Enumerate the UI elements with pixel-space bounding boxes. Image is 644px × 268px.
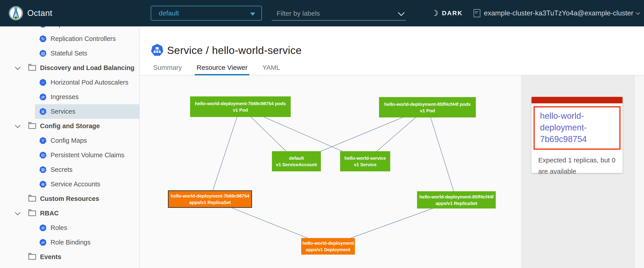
graph-node-rs2[interactable]: hello-world-deployment-85ff4cf44fapps/v1… — [417, 191, 496, 208]
namespace-select[interactable]: default — [151, 6, 262, 20]
moon-icon: ☾ — [431, 8, 438, 18]
tab-summary[interactable]: Summary — [152, 64, 184, 76]
role-bindings-icon: ⇌ — [39, 239, 46, 246]
sidebar-item-replica-sets[interactable]: ⊞Replica Sets — [0, 26, 139, 32]
ingresses-icon: ⇄ — [39, 94, 46, 101]
graph-edge-pod1-rs1 — [210, 107, 240, 199]
sidebar-item-roles[interactable]: ⊘Roles — [0, 220, 139, 235]
chevron-down-icon[interactable] — [15, 122, 20, 128]
theme-toggle-label: DARK — [442, 10, 463, 17]
hpa-icon: ⇔ — [39, 79, 46, 86]
chevron-down-icon[interactable] — [15, 210, 20, 215]
chevron-down-icon[interactable] — [15, 64, 20, 70]
sidebar-item-custom-resources[interactable]: Custom Resources — [0, 192, 139, 206]
sidebar-item-rbac[interactable]: RBAC — [0, 206, 139, 220]
sidebar-item-ingresses[interactable]: ⇄Ingresses — [0, 90, 139, 104]
graph-node-sa[interactable]: defaultv1 ServiceAccount — [272, 151, 321, 171]
sidebar-item-service-accounts[interactable]: ⊕Service Accounts — [0, 177, 139, 192]
stateful-sets-icon: ▤ — [39, 50, 46, 57]
sidebar-item-replication-controllers[interactable]: ↻Replication Controllers — [0, 32, 139, 46]
sidebar-item-label: Discovery and Load Balancing — [40, 64, 134, 72]
node-kind: v1 Service — [340, 161, 390, 168]
secrets-icon: ⊠ — [39, 166, 46, 173]
graph-node-rs1[interactable]: hello-world-deployment-7b69c98754apps/v1… — [168, 190, 252, 208]
sidebar-item-label: Custom Resources — [40, 195, 99, 202]
sidebar-item-services[interactable]: ≣Services — [0, 104, 139, 119]
node-name: default — [272, 155, 321, 161]
node-name: hello-world-service — [340, 155, 390, 161]
config-maps-icon: ≡ — [39, 137, 46, 144]
caret-down-icon — [250, 12, 255, 16]
service-heptagon-icon — [151, 44, 164, 56]
sidebar-nav: ⊞Replica Sets↻Replication Controllers▤St… — [0, 26, 139, 264]
sidebar-item-persistent-volume-claims[interactable]: ⊟Persistent Volume Claims — [0, 148, 139, 162]
node-kind: apps/v1 ReplicaSet — [417, 200, 496, 206]
tab-resource-viewer[interactable]: Resource Viewer — [195, 64, 249, 76]
resource-link[interactable]: hello-world-deployment-7b69c98754 — [540, 110, 607, 145]
sidebar-item-horizontal-pod-autoscalers[interactable]: ⇔Horizontal Pod Autoscalers — [0, 75, 139, 90]
node-name: hello-world-deployment-85ff4cf44f — [417, 194, 496, 200]
cluster-context-label: example-cluster-ka3TuTzYo4a@example-clus… — [484, 9, 633, 17]
label-filter-input[interactable] — [272, 8, 398, 19]
node-kind: v1 ServiceAccount — [272, 161, 321, 168]
vertical-scrollbar[interactable] — [634, 76, 644, 268]
tab-bar: SummaryResource ViewerYAML — [152, 64, 293, 76]
status-bar-error — [532, 97, 622, 103]
node-kind: apps/v1 ReplicaSet — [168, 199, 251, 206]
sidebar-item-label: Replica Sets — [50, 26, 87, 28]
graph-node-svc[interactable]: hello-world-servicev1 Service — [340, 151, 390, 171]
app-title: Octant — [27, 0, 52, 26]
sidebar-item-config-and-storage[interactable]: Config and Storage — [0, 119, 139, 133]
node-kind: v1 Pod — [190, 107, 291, 113]
resource-viewer-canvas: hello-world-deployment-7b69c98754 podsv1… — [140, 76, 521, 268]
chevron-down-icon[interactable] — [398, 10, 405, 16]
node-name: hello-world-deployment-85ff4cf44f pods — [379, 101, 476, 108]
namespace-selected-value: default — [159, 10, 179, 17]
sidebar-item-label: RBAC — [40, 210, 59, 217]
sidebar-item-label: Roles — [50, 224, 67, 232]
chevron-down-icon — [636, 10, 640, 15]
sidebar-item-label: Events — [40, 253, 61, 260]
node-kind: apps/v1 Deployment — [301, 246, 355, 253]
content-header: Service / hello-world-service SummaryRes… — [140, 26, 644, 76]
octant-logo-icon — [8, 6, 23, 20]
node-name: hello-world-deployment-7b69c98754 pods — [190, 100, 291, 107]
status-card: hello-world-deployment-7b69c98754 Expect… — [532, 97, 622, 173]
sidebar-item-secrets[interactable]: ⊠Secrets — [0, 162, 139, 177]
graph-node-pod1[interactable]: hello-world-deployment-7b69c98754 podsv1… — [190, 96, 291, 117]
services-icon: ≣ — [39, 108, 46, 115]
sidebar-item-label: Horizontal Pod Autoscalers — [50, 79, 128, 86]
sidebar-item-label: Config Maps — [50, 137, 87, 144]
sidebar-item-label: Ingresses — [50, 93, 79, 101]
page-title: Service / hello-world-service — [167, 44, 302, 56]
status-message: Expected 1 replicas, but 0 are available — [538, 154, 617, 177]
folder-icon — [28, 254, 36, 260]
theme-toggle[interactable]: ☾ DARK — [431, 0, 463, 26]
sidebar-item-label: Stateful Sets — [50, 50, 87, 57]
octant-app: Octant default ☾ DARK example-cluster-ka… — [0, 0, 644, 268]
detail-panel: hello-world-deployment-7b69c98754 Expect… — [521, 76, 634, 268]
status-card-highlight-box: hello-world-deployment-7b69c98754 — [534, 106, 620, 150]
sidebar-item-label: Persistent Volume Claims — [50, 152, 124, 159]
title-row: Service / hello-world-service — [151, 44, 302, 56]
sidebar-item-label: Role Bindings — [50, 239, 90, 246]
sidebar-item-events[interactable]: Events — [0, 250, 139, 264]
sidebar-item-label: Replication Controllers — [50, 35, 116, 42]
folder-icon — [28, 65, 36, 71]
tab-yaml[interactable]: YAML — [260, 64, 282, 76]
replica-sets-icon: ⊞ — [39, 26, 46, 28]
graph-node-pod2[interactable]: hello-world-deployment-85ff4cf44f podsv1… — [379, 97, 476, 118]
top-bar: Octant default ☾ DARK example-cluster-ka… — [0, 0, 644, 26]
sidebar-item-label: Service Accounts — [50, 180, 100, 188]
cluster-context-selector[interactable]: example-cluster-ka3TuTzYo4a@example-clus… — [474, 0, 640, 26]
folder-icon — [28, 196, 36, 202]
sidebar-item-role-bindings[interactable]: ⇌Role Bindings — [0, 235, 139, 250]
sidebar-item-label: Services — [50, 108, 75, 115]
graph-node-dep[interactable]: hello-world-deploymentapps/v1 Deployment — [301, 238, 355, 254]
sidebar: ⊞Replica Sets↻Replication Controllers▤St… — [0, 26, 140, 268]
sidebar-item-label: Config and Storage — [40, 122, 100, 130]
sidebar-item-stateful-sets[interactable]: ▤Stateful Sets — [0, 46, 139, 60]
sidebar-item-discovery-and-load-balancing[interactable]: Discovery and Load Balancing — [0, 60, 139, 75]
sidebar-item-config-maps[interactable]: ≡Config Maps — [0, 133, 139, 148]
pvc-icon: ⊟ — [39, 152, 46, 159]
